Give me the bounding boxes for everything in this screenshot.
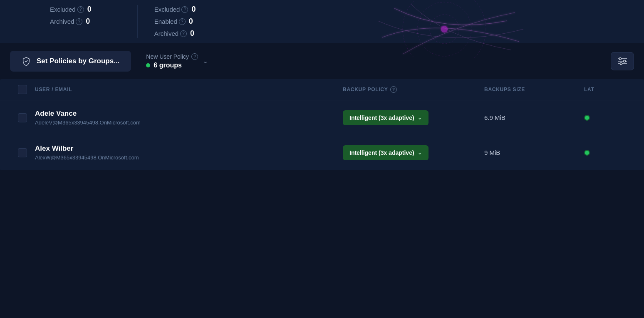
excluded-help-icon-1[interactable]: ? — [77, 6, 84, 13]
enabled-stat: Enabled ? 0 — [154, 17, 200, 26]
row-checkbox-col-1 — [10, 113, 35, 122]
archived-help-icon-2[interactable]: ? — [180, 30, 187, 37]
policy-bar: Set Policies by Groups... New User Polic… — [0, 43, 644, 79]
user-info-2: Alex Wilber AlexW@M365x33945498.OnMicros… — [35, 144, 343, 161]
table-row: Alex Wilber AlexW@M365x33945498.OnMicros… — [0, 135, 644, 170]
svg-point-8 — [624, 60, 626, 62]
excluded-help-icon-2[interactable]: ? — [181, 6, 188, 13]
size-col-1: 6.9 MiB — [484, 114, 584, 122]
nup-groups: 6 groups — [146, 62, 198, 69]
backup-size-1: 6.9 MiB — [484, 114, 505, 121]
archived-value-1: 0 — [86, 17, 94, 26]
status-col-2 — [584, 150, 634, 156]
user-email-2: AlexW@M365x33945498.OnMicrosoft.com — [35, 154, 343, 161]
backup-policy-header-label: BACKUP POLICY — [343, 87, 388, 92]
svg-point-7 — [619, 58, 622, 60]
policy-dropdown-1[interactable]: Intelligent (3x adaptive) ⌄ — [343, 110, 429, 125]
svg-point-3 — [441, 26, 448, 32]
policy-col-2: Intelligent (3x adaptive) ⌄ — [343, 145, 484, 160]
set-policies-label: Set Policies by Groups... — [37, 57, 119, 65]
user-email-1: AdeleV@M365x33945498.OnMicrosoft.com — [35, 119, 343, 126]
svg-point-9 — [620, 63, 622, 65]
excluded-label-1: Excluded ? — [50, 6, 84, 13]
select-all-col — [10, 85, 35, 94]
row-checkbox-col-2 — [10, 148, 35, 157]
stats-col-2: Excluded ? 0 Enabled ? 0 Archived ? 0 — [154, 5, 225, 38]
status-dot-1 — [584, 115, 590, 121]
policy-label-2: Intelligent (3x adaptive) — [349, 149, 414, 156]
archived-label-1: Archived ? — [50, 18, 82, 25]
nup-info: New User Policy ? 6 groups — [146, 53, 198, 69]
enabled-value: 0 — [189, 17, 197, 26]
archived-value-2: 0 — [190, 29, 198, 38]
excluded-label-2: Excluded ? — [154, 6, 188, 13]
table-row: Adele Vance AdeleV@M365x33945498.OnMicro… — [0, 100, 644, 135]
row-2-checkbox[interactable] — [18, 148, 27, 157]
enabled-help-icon[interactable]: ? — [179, 18, 186, 25]
groups-count-label: 6 groups — [154, 62, 182, 69]
latest-col-header: LAT — [584, 87, 634, 92]
excluded-value-2: 0 — [191, 5, 200, 14]
policy-dropdown-2[interactable]: Intelligent (3x adaptive) ⌄ — [343, 145, 429, 160]
enabled-label: Enabled ? — [154, 18, 186, 25]
row-1-checkbox[interactable] — [18, 113, 27, 122]
stats-bar: Excluded ? 0 Archived ? 0 Excluded ? 0 E… — [0, 0, 644, 43]
user-name-2: Alex Wilber — [35, 144, 343, 153]
select-all-checkbox[interactable] — [18, 85, 27, 94]
shield-icon — [22, 57, 31, 66]
set-policies-button[interactable]: Set Policies by Groups... — [10, 51, 131, 72]
user-name-1: Adele Vance — [35, 109, 343, 118]
backup-policy-help-icon[interactable]: ? — [390, 86, 397, 93]
groups-status-dot — [146, 63, 150, 67]
nup-title: New User Policy ? — [146, 53, 198, 60]
user-info-1: Adele Vance AdeleV@M365x33945498.OnMicro… — [35, 109, 343, 126]
table-header: USER / EMAIL BACKUP POLICY ? BACKUPS SIZ… — [0, 79, 644, 100]
nup-help-icon[interactable]: ? — [191, 53, 198, 60]
policy-label-1: Intelligent (3x adaptive) — [349, 114, 414, 121]
filter-button[interactable] — [611, 52, 634, 70]
excluded-value-1: 0 — [87, 5, 96, 14]
policy-chevron-icon-1: ⌄ — [418, 115, 422, 121]
stats-divider — [137, 5, 138, 38]
backups-size-header-label: BACKUPS SIZE — [484, 87, 525, 92]
policy-chevron-icon-2: ⌄ — [418, 150, 422, 156]
archived-help-icon-1[interactable]: ? — [76, 18, 82, 25]
archived-label-2: Archived ? — [154, 30, 187, 37]
latest-header-label: LAT — [584, 87, 594, 92]
size-col-2: 9 MiB — [484, 149, 584, 157]
backup-size-2: 9 MiB — [484, 149, 500, 156]
archived-stat-1: Archived ? 0 — [50, 17, 96, 26]
stats-col-1: Excluded ? 0 Archived ? 0 — [50, 5, 121, 38]
user-email-col-header: USER / EMAIL — [35, 87, 343, 92]
nup-chevron-icon[interactable]: ⌄ — [203, 58, 208, 65]
user-email-header-label: USER / EMAIL — [35, 87, 72, 92]
backups-size-col-header: BACKUPS SIZE — [484, 87, 584, 92]
excluded-stat-1: Excluded ? 0 — [50, 5, 96, 14]
backup-policy-col-header: BACKUP POLICY ? — [343, 86, 484, 93]
excluded-stat-2: Excluded ? 0 — [154, 5, 200, 14]
new-user-policy-label: New User Policy — [146, 53, 189, 60]
filter-icon — [618, 57, 627, 65]
archived-stat-2: Archived ? 0 — [154, 29, 200, 38]
new-user-policy-section: New User Policy ? 6 groups ⌄ — [146, 53, 208, 69]
network-visualization — [361, 0, 528, 58]
users-table: USER / EMAIL BACKUP POLICY ? BACKUPS SIZ… — [0, 79, 644, 170]
status-dot-2 — [584, 150, 590, 156]
status-col-1 — [584, 115, 634, 121]
policy-col-1: Intelligent (3x adaptive) ⌄ — [343, 110, 484, 125]
